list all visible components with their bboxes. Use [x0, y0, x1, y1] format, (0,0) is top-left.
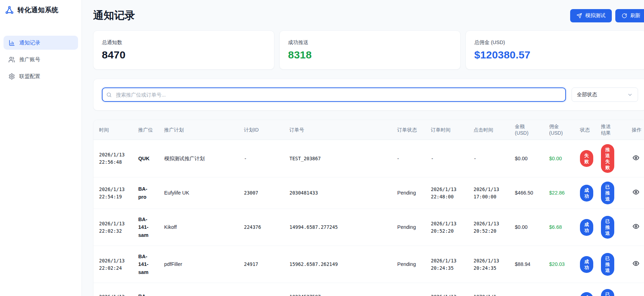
sidebar-item-label: 联盟配置	[19, 73, 40, 80]
status-badge: 成功	[580, 219, 593, 236]
refresh-label: 刷新	[630, 12, 640, 19]
cell-pub: QUK	[133, 140, 159, 177]
bar-chart-icon	[8, 40, 15, 46]
sidebar-item-label: 通知记录	[19, 40, 40, 46]
cell-plan-id: 54286	[238, 283, 284, 296]
cell-order-status: Pending	[392, 246, 425, 283]
refresh-button[interactable]: 刷新	[615, 9, 644, 22]
view-detail-button[interactable]	[632, 154, 640, 162]
status-filter-select[interactable]: 全部状态	[572, 87, 638, 102]
users-icon	[8, 56, 15, 63]
column-header-12: 操作	[626, 120, 644, 140]
cell-campaign: Eufylife UK	[159, 177, 238, 209]
table-row-0: 2026/1/13 22:56:48QUK模拟测试推广计划-TEST_20386…	[93, 140, 644, 177]
cell-order-time: 2026/1/13 20:52:20	[425, 209, 468, 246]
push-result-badge: 已推送	[601, 253, 614, 276]
simulate-test-button[interactable]: 模拟测试	[570, 9, 612, 22]
cell-order-time: -	[425, 140, 468, 177]
stat-label: 总佣金 (USD)	[474, 39, 638, 46]
status-badge: 成功	[580, 185, 593, 202]
stat-value: $120380.57	[474, 49, 638, 61]
table-row-3: 2026/1/13 22:02:24BA-141-sampdfFiller249…	[93, 246, 644, 283]
cell-amount: $3.36	[509, 283, 544, 296]
push-result-badge: 已推送	[601, 289, 614, 296]
column-header-5: 订单状态	[392, 120, 425, 140]
cell-order-status: Pending	[392, 209, 425, 246]
column-header-7: 点击时间	[468, 120, 509, 140]
view-detail-button[interactable]	[632, 259, 640, 268]
push-result-badge: 已推送	[601, 182, 614, 204]
sidebar: 转化通知系统 通知记录推广账号联盟配置	[0, 0, 82, 296]
page-title: 通知记录	[93, 8, 135, 23]
cell-order-time: 2026/1/13 21:41:40	[425, 283, 468, 296]
cell-actions	[626, 177, 644, 209]
cell-campaign: pdfFiller	[159, 246, 238, 283]
gear-icon	[8, 73, 15, 80]
cell-time: 2026/1/13 22:02:32	[93, 209, 133, 246]
app-root: 转化通知系统 通知记录推广账号联盟配置 通知记录 模拟测试 刷新 总	[0, 0, 644, 296]
cell-pub: BA-pro	[133, 177, 159, 209]
cell-push-result: 已推送	[595, 209, 626, 246]
cell-click-time: 2026/1/13 20:52:20	[468, 209, 509, 246]
search-input[interactable]	[102, 87, 566, 102]
cell-plan-id: 24917	[238, 246, 284, 283]
view-detail-button[interactable]	[632, 188, 640, 196]
status-badge: 成功	[580, 292, 593, 296]
cell-status: 成功	[574, 283, 595, 296]
column-header-10: 状态	[574, 120, 595, 140]
cell-commission: $6.68	[544, 209, 574, 246]
push-result-badge: 推送失败	[601, 144, 614, 173]
stat-card-2: 总佣金 (USD)$120380.57	[465, 30, 644, 70]
status-badge: 失败	[580, 150, 593, 167]
app-title: 转化通知系统	[18, 6, 58, 15]
table-row-2: 2026/1/13 22:02:32BA-141-samKikoff224376…	[93, 209, 644, 246]
stat-value: 8470	[102, 49, 266, 61]
cell-campaign: 模拟测试推广计划	[159, 140, 238, 177]
cell-time: 2026/1/13 22:54:19	[93, 177, 133, 209]
stat-label: 总通知数	[102, 39, 266, 46]
stat-label: 成功推送	[288, 39, 452, 46]
cell-push-result: 已推送	[595, 283, 626, 296]
stat-card-1: 成功推送8318	[279, 30, 461, 70]
title-row: 通知记录 模拟测试 刷新	[93, 8, 644, 23]
cell-click-time: 2026/1/13 17:00:00	[468, 177, 509, 209]
simulate-test-label: 模拟测试	[585, 12, 606, 19]
table-row-4: 2026/1/13 21:55:05BA-proSavers UK5428610…	[93, 283, 644, 296]
app-logo: 转化通知系统	[4, 5, 78, 15]
eye-icon	[632, 260, 639, 267]
view-detail-button[interactable]	[632, 222, 640, 231]
sidebar-item-0[interactable]: 通知记录	[4, 36, 78, 50]
filter-bar: 全部状态	[93, 79, 644, 111]
eye-icon	[632, 189, 639, 196]
cell-push-result: 已推送	[595, 246, 626, 283]
title-actions: 模拟测试 刷新	[570, 9, 644, 22]
stat-value: 8318	[288, 49, 452, 61]
stats-row: 总通知数8470成功推送8318总佣金 (USD)$120380.57	[93, 30, 644, 70]
cell-amount: $88.94	[509, 246, 544, 283]
sidebar-item-1[interactable]: 推广账号	[4, 52, 78, 66]
main-area: 通知记录 模拟测试 刷新 总通知数8470成功推送8318总佣金 (USD)$1…	[82, 0, 644, 296]
cell-amount: $0.00	[509, 140, 544, 177]
cell-status: 失败	[574, 140, 595, 177]
cell-commission: $20.03	[544, 246, 574, 283]
records-table-card: 时间推广位推广计划计划ID订单号订单状态订单时间点击时间金额 (USD)佣金 (…	[93, 120, 644, 296]
column-header-0: 时间	[93, 120, 133, 140]
column-header-6: 订单时间	[425, 120, 468, 140]
column-header-4: 订单号	[284, 120, 392, 140]
cell-status: 成功	[574, 209, 595, 246]
cell-click-time: 1970/1/1 08:00:00	[468, 283, 509, 296]
cell-push-result: 已推送	[595, 177, 626, 209]
cell-amount: $0.00	[509, 209, 544, 246]
cell-time: 2026/1/13 22:02:24	[93, 246, 133, 283]
cell-order-time: 2026/1/13 22:48:00	[425, 177, 468, 209]
cell-order-no: 2030481433	[284, 177, 392, 209]
cell-order-no: 14994.6587.277245	[284, 209, 392, 246]
status-badge: 成功	[580, 256, 593, 273]
cell-status: 成功	[574, 177, 595, 209]
sidebar-item-2[interactable]: 联盟配置	[4, 69, 78, 83]
cell-actions	[626, 246, 644, 283]
cell-order-no: 10234527597-7DF7AC8419A4516F5FDCB855C5F4…	[284, 283, 392, 296]
chevron-down-icon	[627, 92, 633, 98]
status-filter-value: 全部状态	[577, 91, 597, 98]
column-header-2: 推广计划	[159, 120, 238, 140]
